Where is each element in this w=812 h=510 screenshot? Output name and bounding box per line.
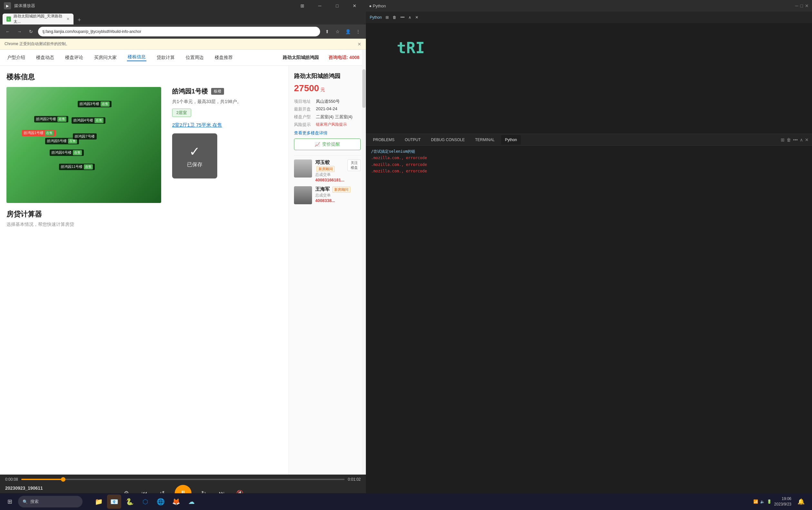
terminal-tab-python[interactable]: Python [501,135,521,145]
nav-recommend[interactable]: 楼盘推荐 [214,55,233,61]
clock[interactable]: 19:06 2023/9/23 [774,496,791,507]
agent-badge-2: 新房顾问 [332,186,350,193]
tab-label: 路劲太阳城皓鸿园_天津路劲太... [13,13,64,25]
app-mail[interactable]: 📧 [107,494,121,509]
code-close[interactable]: ✕ [805,3,809,8]
close-btn[interactable]: ✕ [347,0,362,11]
active-tab[interactable]: L 路劲太阳城皓鸿园_天津路劲太... ✕ [3,13,74,25]
tab-favicon: L [6,17,11,22]
agent-name-1: 邓玉蛟 新房顾问 [315,159,344,172]
building-label-7[interactable]: 皓鸿园7号楼 [73,133,96,140]
terminal-split-btn[interactable]: ⊞ [781,137,785,142]
nav-actions: ⬆ ☆ 👤 ⋮ [323,27,362,36]
code-split-btn[interactable]: ⊞ [385,15,389,20]
building-label-3[interactable]: 皓鸿园3号楼在售 [78,101,112,107]
extra-btn-1[interactable]: ⊞ [295,0,310,11]
refresh-btn[interactable]: ↻ [26,27,35,36]
app-chrome[interactable]: 🌐 [153,494,168,509]
minimize-btn[interactable]: ─ [312,0,327,11]
code-close-panel-btn[interactable]: ✕ [415,15,418,20]
progress-track[interactable] [21,479,345,480]
window-controls: ⊞ ─ □ ✕ [295,0,362,11]
automation-close-btn[interactable]: ✕ [357,41,361,47]
building-label-1[interactable]: 皓鸿园1号楼在售 [22,130,56,136]
nav-loan[interactable]: 贷款计算 [156,55,175,61]
terminal-tab-problems[interactable]: PROBLEMS [369,135,399,145]
maximize-btn[interactable]: □ [330,0,345,11]
address-bar[interactable]: tj.fang.lianjia.com/loupan/p_ljtycxyblsd… [38,27,320,36]
clock-date: 2023/9/23 [774,502,791,507]
saved-check-icon: ✓ [189,144,200,159]
app-firefox[interactable]: 🦊 [169,494,183,509]
terminal-trash-btn[interactable]: 🗑 [786,137,791,142]
more-detail-link[interactable]: 查看更多楼盘详情 [294,130,361,136]
nav-qa[interactable]: 买房问大家 [93,55,117,61]
tray-battery[interactable]: 🔋 [767,499,772,504]
bookmark-btn[interactable]: ☆ [333,27,342,36]
terminal-line-4: .mozilla.com., errorcode [371,168,807,174]
agent-badge-1: 新房顾问 [317,166,335,172]
tray-network[interactable]: 📶 [753,499,758,504]
nav-review[interactable]: 楼盘评论 [64,55,84,61]
agent-info-1: 邓玉蛟 新房顾问 总成交单 40083166181... [315,159,344,182]
code-trash-btn[interactable]: 🗑 [393,15,397,20]
progress-thumb[interactable] [61,477,65,482]
tray-volume[interactable]: 🔈 [760,499,765,504]
nav-dynamics[interactable]: 楼盘动态 [35,55,55,61]
code-maximize[interactable]: □ [801,3,803,8]
agent-title-2: 总成交单 [315,193,361,198]
clock-time: 19:06 [774,496,791,502]
code-win-controls: ─ □ ✕ [795,3,809,8]
code-titlebar: ● Python ─ □ ✕ [366,0,812,11]
agent-avatar-1 [294,159,312,178]
scrollbar-track[interactable] [362,66,366,475]
agent-name-2: 王海军 新房顾问 [315,186,361,193]
terminal-close-btn[interactable]: ✕ [805,137,809,142]
profile-btn[interactable]: 👤 [343,27,352,36]
scrollbar-thumb[interactable] [362,69,366,108]
terminal-tab-debug[interactable]: DEBUG CONSOLE [427,135,469,145]
follow-btn-1[interactable]: 关注楼盘 [347,159,361,171]
agent-card-1: 邓玉蛟 新房顾问 总成交单 40083166181... 关注楼盘 [294,159,361,182]
share-btn[interactable]: ⬆ [323,27,332,36]
tab-bar: L 路劲太阳城皓鸿园_天津路劲太... ✕ + [0,11,366,25]
terminal-up-btn[interactable]: ∧ [800,137,803,142]
search-box[interactable]: 🔍 搜索 [18,496,83,507]
page-nav: 户型介绍 楼盘动态 楼盘评论 买房问大家 楼栋信息 贷款计算 位置周边 楼盘推荐… [0,50,366,66]
code-expand-btn[interactable]: ∧ [408,15,411,20]
code-minimize[interactable]: ─ [795,3,799,8]
nav-location[interactable]: 位置周边 [185,55,204,61]
nav-house-type[interactable]: 户型介绍 [6,55,26,61]
app-weather[interactable]: ☁ [184,494,199,509]
building-label-4[interactable]: 皓鸿园4号楼在售 [71,117,106,124]
app-vscode[interactable]: ⬡ [138,494,152,509]
menu-btn[interactable]: ⋮ [354,27,362,36]
nav-bar: ← → ↻ tj.fang.lianjia.com/loupan/p_ljtyc… [0,25,366,39]
price-alert-label: 变价提醒 [322,142,340,147]
tab-close-btn[interactable]: ✕ [66,17,69,21]
app-python[interactable]: 🐍 [122,494,137,509]
sidebar-open-row: 最新开盘 2021-04-24 [294,106,361,112]
building-label-2[interactable]: 皓鸿园2号楼在售 [34,116,68,122]
agent-avatar-img-1 [294,159,312,178]
sidebar-price: 27500 [294,83,319,93]
terminal-more-btn[interactable]: ••• [793,137,798,142]
building-label-11[interactable]: 皓鸿园11号楼在售 [59,164,95,170]
forward-btn[interactable]: → [15,27,24,36]
building-label-6[interactable]: 皓鸿园6号楼在售 [50,149,84,156]
new-tab-btn[interactable]: + [75,16,84,25]
code-top-area: Python ⊞ 🗑 ••• ∧ ✕ tRI [366,11,812,134]
sidebar-type-row: 楼盘户型 二居室(4) 三居室(4) [294,114,361,120]
start-btn[interactable]: ⊞ [3,494,17,509]
agent-phone-2: 4008338... [315,198,361,203]
back-btn[interactable]: ← [3,27,12,36]
listing-link[interactable]: 2室2厅1卫 75平米 在售 [172,122,279,128]
nav-building-info[interactable]: 楼栋信息 [127,54,146,61]
terminal-line-1: /尝试搞定selenium的链 [371,148,807,155]
code-more-btn[interactable]: ••• [400,15,405,20]
app-file-explorer[interactable]: 📁 [91,494,106,509]
notification-btn[interactable]: 🔔 [794,494,808,509]
price-alert-btn[interactable]: 📈 变价提醒 [294,139,361,150]
terminal-tab-output[interactable]: OUTPUT [401,135,425,145]
terminal-tab-terminal[interactable]: TERMINAL [471,135,499,145]
